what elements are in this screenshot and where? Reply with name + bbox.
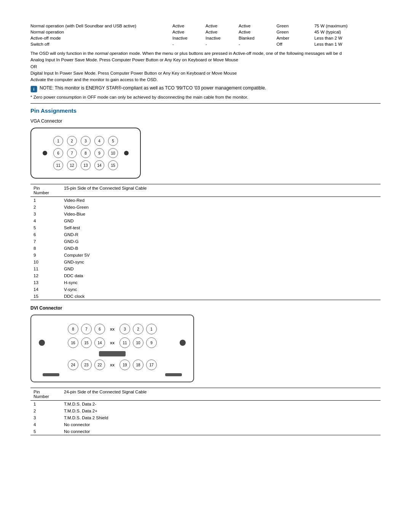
vga-pin-number: 9 — [30, 252, 61, 259]
vga-pin-10: 10 — [108, 148, 118, 158]
dvi-left-dot — [39, 340, 45, 346]
dvi-pin-number: 2 — [30, 407, 61, 414]
vga-pin-3: 3 — [81, 136, 91, 146]
vga-pins-grid: 1 2 3 4 5 6 7 8 9 10 11 12 — [53, 136, 118, 170]
vga-pin-row: 15DDC clock — [30, 293, 381, 300]
vga-pin-number: 1 — [30, 197, 61, 204]
led-cell: Green — [276, 29, 314, 35]
power-table: Normal operation (with Dell Soundbar and… — [30, 23, 381, 47]
energy-star-text: NOTE: This monitor is ENERGY STAR®-compl… — [40, 85, 266, 91]
vga-pin-5: 5 — [108, 136, 118, 146]
vga-pin-desc: GND-G — [61, 238, 381, 245]
mode-cell: Normal operation — [30, 29, 172, 35]
dvi-row3-wrapper: 24 23 22 xx 19 18 17 — [39, 359, 186, 370]
dvi-pin-tbody: 1T.M.D.S. Data 2-2T.M.D.S. Data 2+3T.M.D… — [30, 401, 381, 435]
vga-pin-desc: Computer 5V — [61, 252, 381, 259]
vga-pin-desc: GND-sync — [61, 259, 381, 265]
dvi-spacer-left2 — [39, 362, 45, 368]
vga-pin-desc: Video-Red — [61, 197, 381, 204]
vga-pin-12: 12 — [67, 160, 77, 170]
vga-pin-row: 12DDC data — [30, 272, 381, 279]
vga-pin-number: 2 — [30, 204, 61, 211]
vga-pin-row: 11GND — [30, 265, 381, 272]
dvi-pin-desc: T.M.D.S. Data 2 Shield — [61, 414, 381, 421]
section-title: Pin Assignments — [30, 107, 381, 114]
power-cell: 75 W (maximum) — [314, 23, 381, 29]
dvi-row2-wrapper: 16 15 14 xx 11 10 9 — [39, 337, 186, 348]
vga-table-header: PinNumber 15-pin Side of the Connected S… — [30, 184, 381, 197]
dvi-pin-desc: T.M.D.S. Data 2+ — [61, 407, 381, 414]
vga-pin-number: 5 — [30, 224, 61, 231]
dvi-pin-19: 19 — [119, 359, 130, 370]
osd-note: The OSD will only function in the normal… — [30, 50, 381, 83]
zero-power-note: * Zero power consumption in OFF mode can… — [30, 95, 381, 99]
energy-star-note: i NOTE: This monitor is ENERGY STAR®-com… — [30, 85, 381, 93]
dvi-pin-desc: No connector — [61, 421, 381, 428]
vga-pin-number: 6 — [30, 231, 61, 238]
dvi-pin-desc: T.M.D.S. Data 2- — [61, 401, 381, 408]
vga-connector-diagram: 1 2 3 4 5 6 7 8 9 10 11 12 — [30, 128, 381, 179]
vga-pin-desc: Video-Green — [61, 204, 381, 211]
dvi-pin-6: 6 — [94, 324, 105, 334]
dvi-pin-row: 4No connector — [30, 421, 381, 428]
dvi-header-desc: 24-pin Side of the Connected Signal Cabl… — [61, 388, 381, 401]
vga-pin-4: 4 — [94, 136, 104, 146]
dvi-pin-23: 23 — [81, 359, 92, 370]
svg-text:i: i — [33, 87, 34, 91]
vga-pin-row: 6GND-R — [30, 231, 381, 238]
dvi-pin-14: 14 — [94, 337, 105, 348]
dvi-xx-2: xx — [108, 340, 117, 345]
dvi-pin-row: 2T.M.D.S. Data 2+ — [30, 407, 381, 414]
dvi-xx-3: xx — [108, 363, 117, 367]
vga-pin-row: 10GND-sync — [30, 259, 381, 265]
osd-note-text: The OSD will only function in the normal… — [30, 51, 342, 82]
vga-pin-row: 14V-sync — [30, 286, 381, 293]
vga-pin-desc: GND-B — [61, 245, 381, 252]
dvi-pin-10: 10 — [133, 337, 143, 348]
power-row-2: Normal operation Active Active Active Gr… — [30, 29, 381, 35]
dvi-bottom-tabs — [39, 373, 186, 376]
dvi-pin-16: 16 — [68, 337, 78, 348]
dvi-pin-3: 3 — [119, 324, 130, 334]
vga-pin-number: 12 — [30, 272, 61, 279]
vga-right-dot — [124, 151, 129, 155]
vga-pin-number: 10 — [30, 259, 61, 265]
power-row-1: Normal operation (with Dell Soundbar and… — [30, 23, 381, 29]
dvi-row1-wrapper: 8 7 6 xx 3 2 1 — [39, 324, 186, 334]
vsync-cell: Inactive — [206, 35, 239, 41]
dvi-tab-right — [165, 373, 182, 376]
dvi-tab-left — [43, 373, 59, 376]
vga-pin-number: 13 — [30, 279, 61, 286]
vga-pin-desc: GND-R — [61, 231, 381, 238]
note-icon: i — [30, 86, 37, 93]
vga-pin-desc: GND — [61, 217, 381, 224]
hsync-cell: Active — [172, 23, 206, 29]
dvi-pin-row: 1T.M.D.S. Data 2- — [30, 401, 381, 408]
vga-pin-row: 5Self-test — [30, 224, 381, 231]
vga-pin-row: 13H-sync — [30, 279, 381, 286]
dvi-pin-1: 1 — [146, 324, 157, 334]
vsync-cell: Active — [206, 29, 239, 35]
vga-subsection-title: VGA Connector — [30, 118, 381, 124]
dvi-pin-row: 3T.M.D.S. Data 2 Shield — [30, 414, 381, 421]
vga-pin-number: 14 — [30, 286, 61, 293]
mode-cell: Active-off mode — [30, 35, 172, 41]
dvi-pin-15: 15 — [81, 337, 92, 348]
vga-pin-number: 4 — [30, 217, 61, 224]
dvi-subsection-title: DVI Connector — [30, 305, 381, 311]
power-cell: Less than 2 W — [314, 35, 381, 41]
vga-pin-13: 13 — [81, 160, 91, 170]
dvi-xx-1: xx — [108, 327, 117, 331]
vga-pin-1: 1 — [53, 136, 63, 146]
dvi-pin-number: 5 — [30, 428, 61, 435]
vsync-cell: - — [206, 41, 239, 47]
hsync-cell: - — [172, 41, 206, 47]
vsync-cell: Active — [206, 23, 239, 29]
dvi-pin-22: 22 — [94, 359, 105, 370]
vga-header-pin: PinNumber — [30, 184, 61, 197]
led-cell: Amber — [276, 35, 314, 41]
vga-pin-table: PinNumber 15-pin Side of the Connected S… — [30, 184, 381, 300]
dvi-dash-bar — [39, 351, 186, 356]
video-cell: Blanked — [239, 35, 276, 41]
power-cell: 45 W (typical) — [314, 29, 381, 35]
